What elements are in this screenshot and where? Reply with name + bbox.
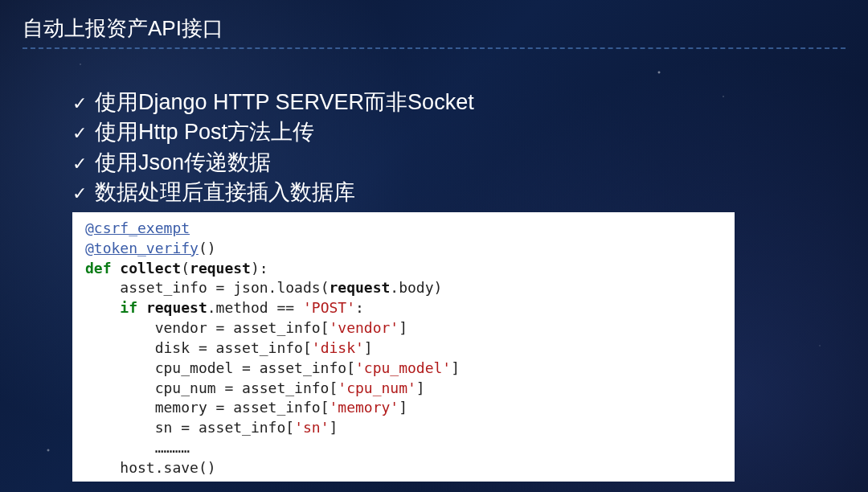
bullet-item: ✓ 使用Json传递数据 — [72, 148, 845, 178]
code-token: save — [164, 459, 199, 476]
code-token: ………… — [85, 439, 190, 456]
code-token: asset_info — [233, 379, 329, 396]
code-token: [ — [329, 379, 338, 396]
code-token: asset_info — [251, 359, 346, 376]
code-token: . — [155, 459, 164, 476]
code-token: disk — [85, 339, 199, 356]
code-token: == — [276, 299, 294, 316]
slide-title: 自动上报资产API接口 — [23, 14, 845, 47]
code-token: collect — [112, 260, 182, 277]
code-token: vendor — [85, 319, 216, 336]
code-token: ] — [329, 419, 338, 436]
code-token: 'cpu_model' — [355, 359, 451, 376]
title-divider — [23, 47, 845, 49]
code-token: cpu_num — [85, 379, 224, 396]
code-token — [294, 299, 303, 316]
code-token: = — [216, 319, 225, 336]
code-token: . — [268, 279, 277, 296]
code-token: () — [199, 240, 216, 256]
checkmark-icon: ✓ — [72, 121, 87, 146]
bullet-item: ✓ 使用Http Post方法上传 — [72, 117, 845, 147]
code-token: = — [242, 359, 251, 376]
code-token: 'sn' — [294, 419, 329, 436]
code-token: request — [329, 279, 390, 296]
code-token: ] — [364, 339, 373, 356]
code-token: token_verify — [94, 240, 199, 256]
code-token: 'disk' — [312, 339, 364, 356]
code-token — [85, 299, 120, 316]
code-token: = — [216, 399, 225, 416]
code-token: [ — [346, 359, 355, 376]
code-token: asset_info — [85, 279, 216, 296]
code-token: () — [199, 459, 216, 476]
code-token: asset_info — [224, 399, 320, 416]
code-token: asset_info — [190, 419, 285, 436]
bullet-text: 使用Django HTTP SERVER而非Socket — [95, 88, 474, 117]
code-token: 'vendor' — [329, 319, 399, 336]
code-token: [ — [321, 319, 330, 336]
code-token: [ — [303, 339, 312, 356]
code-token: request — [190, 260, 251, 277]
code-token: asset_info — [224, 319, 320, 336]
code-token: 'POST' — [303, 299, 355, 316]
code-token: [ — [285, 419, 294, 436]
code-token: = — [216, 279, 225, 296]
code-token: loads — [276, 279, 320, 296]
code-token: ) — [434, 279, 443, 296]
code-token: 'cpu_num' — [338, 379, 416, 396]
checkmark-icon: ✓ — [72, 182, 87, 206]
code-token: ( — [321, 279, 330, 296]
code-token: memory — [85, 399, 216, 416]
code-token: 'memory' — [329, 399, 399, 416]
code-token: : — [355, 299, 364, 316]
code-token: ] — [399, 319, 407, 336]
code-token: asset_info — [207, 339, 303, 356]
code-token: = — [181, 419, 190, 436]
code-token: ] — [399, 399, 407, 416]
bullet-text: 数据处理后直接插入数据库 — [95, 178, 355, 207]
code-token: request — [137, 299, 207, 316]
bullet-list: ✓ 使用Django HTTP SERVER而非Socket ✓ 使用Http … — [23, 88, 845, 207]
code-token: cpu_model — [85, 359, 242, 376]
code-token: ): — [251, 260, 268, 277]
code-token: @ — [85, 240, 94, 256]
code-token: ] — [451, 359, 460, 376]
code-token: host — [85, 459, 155, 476]
bullet-item: ✓ 数据处理后直接插入数据库 — [72, 178, 845, 207]
code-token: if — [120, 299, 137, 316]
code-token: csrf_exempt — [94, 219, 190, 236]
code-token: @ — [85, 219, 94, 236]
code-token: = — [224, 379, 233, 396]
code-token: body — [399, 279, 433, 296]
code-token: = — [199, 339, 207, 356]
code-token: ] — [416, 379, 425, 396]
checkmark-icon: ✓ — [72, 152, 87, 176]
code-token: . — [390, 279, 399, 296]
checkmark-icon: ✓ — [72, 92, 87, 116]
code-token: method — [216, 299, 277, 316]
code-token: ( — [181, 260, 190, 277]
bullet-text: 使用Json传递数据 — [95, 148, 271, 178]
code-token: def — [85, 260, 112, 277]
code-block: @csrf_exempt @token_verify() def collect… — [72, 212, 735, 482]
code-token: json — [224, 279, 268, 296]
code-token: sn — [85, 419, 181, 436]
bullet-text: 使用Http Post方法上传 — [95, 117, 314, 147]
code-token: [ — [321, 399, 330, 416]
code-token: . — [207, 299, 216, 316]
bullet-item: ✓ 使用Django HTTP SERVER而非Socket — [72, 88, 845, 117]
